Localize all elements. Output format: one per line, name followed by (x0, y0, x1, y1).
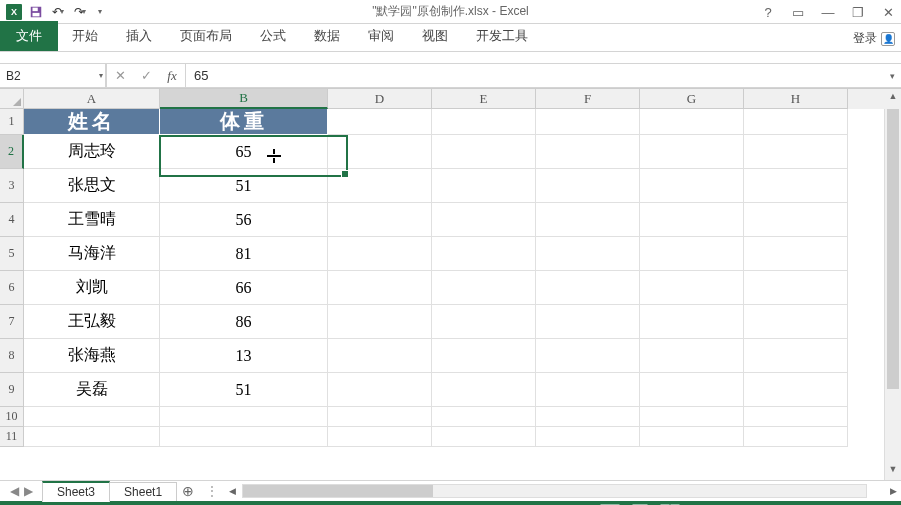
tab-page-layout[interactable]: 页面布局 (166, 21, 246, 51)
cell[interactable] (328, 169, 432, 203)
cell[interactable] (328, 427, 432, 447)
scroll-left-icon[interactable]: ◀ (224, 486, 240, 496)
cell[interactable] (640, 407, 744, 427)
cell[interactable] (432, 203, 536, 237)
col-header-d[interactable]: D (328, 89, 432, 109)
new-sheet-button[interactable]: ⊕ (176, 483, 200, 499)
excel-logo-icon[interactable]: X (6, 4, 22, 20)
formula-enter-button[interactable]: ✓ (133, 64, 159, 87)
cell[interactable] (536, 305, 640, 339)
cell[interactable] (744, 203, 848, 237)
cell[interactable] (328, 203, 432, 237)
cell[interactable]: 张思文 (24, 169, 160, 203)
scroll-thumb[interactable] (887, 109, 899, 389)
header-cell-weight[interactable]: 体重 (160, 109, 328, 135)
col-header-f[interactable]: F (536, 89, 640, 109)
cell[interactable] (328, 339, 432, 373)
col-header-g[interactable]: G (640, 89, 744, 109)
cell[interactable] (536, 237, 640, 271)
login-area[interactable]: 登录 👤 (853, 30, 895, 47)
cell[interactable] (328, 305, 432, 339)
spreadsheet-grid[interactable]: A B D E F G H 1 姓名 体重 2 周志玲 65 3 张思文 51 … (0, 88, 901, 480)
cell[interactable]: 刘凯 (24, 271, 160, 305)
row-header[interactable]: 6 (0, 271, 24, 305)
row-header[interactable]: 10 (0, 407, 24, 427)
cell[interactable] (744, 271, 848, 305)
col-header-a[interactable]: A (24, 89, 160, 109)
col-header-e[interactable]: E (432, 89, 536, 109)
undo-button[interactable]: ↶▾ (50, 4, 66, 20)
tab-file[interactable]: 文件 (0, 21, 58, 51)
row-header[interactable]: 9 (0, 373, 24, 407)
cell[interactable] (536, 427, 640, 447)
cell[interactable]: 马海洋 (24, 237, 160, 271)
cell[interactable] (744, 237, 848, 271)
tab-divider[interactable]: ⋮ (200, 484, 224, 498)
cell[interactable] (536, 339, 640, 373)
cell[interactable] (328, 271, 432, 305)
fx-button[interactable]: fx (159, 64, 185, 87)
formula-bar-expand-icon[interactable]: ▾ (883, 64, 901, 87)
sheet-tab[interactable]: Sheet1 (109, 482, 177, 501)
cell[interactable] (328, 373, 432, 407)
cell[interactable]: 66 (160, 271, 328, 305)
sheet-nav-next-icon[interactable]: ▶ (22, 484, 34, 498)
qat-customize-icon[interactable]: ▾ (98, 7, 102, 16)
cell[interactable] (744, 339, 848, 373)
cell[interactable] (432, 373, 536, 407)
cell[interactable] (536, 135, 640, 169)
cell[interactable] (536, 271, 640, 305)
cell[interactable] (160, 427, 328, 447)
cell[interactable] (744, 109, 848, 135)
cell[interactable] (744, 427, 848, 447)
row-header[interactable]: 5 (0, 237, 24, 271)
scroll-thumb[interactable] (243, 485, 433, 497)
cell[interactable]: 王雪晴 (24, 203, 160, 237)
close-button[interactable]: ✕ (879, 3, 897, 21)
cell[interactable] (640, 373, 744, 407)
cell[interactable] (24, 427, 160, 447)
cell[interactable] (328, 109, 432, 135)
cell[interactable] (640, 135, 744, 169)
cell[interactable] (432, 427, 536, 447)
cell[interactable] (744, 305, 848, 339)
cell[interactable]: 周志玲 (24, 135, 160, 169)
formula-cancel-button[interactable]: ✕ (107, 64, 133, 87)
scroll-right-icon[interactable]: ▶ (885, 486, 901, 496)
chevron-down-icon[interactable]: ▾ (99, 71, 103, 80)
cell[interactable] (536, 169, 640, 203)
scroll-up-icon[interactable]: ▲ (885, 91, 901, 107)
row-header[interactable]: 11 (0, 427, 24, 447)
cell[interactable]: 65 (160, 135, 328, 169)
cell[interactable] (640, 169, 744, 203)
sheet-tab-active[interactable]: Sheet3 (42, 481, 110, 502)
help-button[interactable]: ? (759, 3, 777, 21)
row-header[interactable]: 3 (0, 169, 24, 203)
cell[interactable]: 13 (160, 339, 328, 373)
cell[interactable]: 51 (160, 169, 328, 203)
tab-review[interactable]: 审阅 (354, 21, 408, 51)
tab-home[interactable]: 开始 (58, 21, 112, 51)
tab-insert[interactable]: 插入 (112, 21, 166, 51)
cell[interactable]: 86 (160, 305, 328, 339)
cell[interactable] (328, 407, 432, 427)
formula-input[interactable]: 65 (186, 64, 883, 87)
cell[interactable]: 56 (160, 203, 328, 237)
cell[interactable] (432, 237, 536, 271)
cell[interactable]: 81 (160, 237, 328, 271)
cell[interactable] (640, 339, 744, 373)
cell[interactable] (640, 427, 744, 447)
scroll-down-icon[interactable]: ▼ (885, 464, 901, 480)
cell[interactable] (640, 203, 744, 237)
sheet-nav[interactable]: ◀▶ (0, 484, 42, 498)
redo-button[interactable]: ↷▾ (72, 4, 88, 20)
col-header-h[interactable]: H (744, 89, 848, 109)
cell[interactable] (432, 169, 536, 203)
row-header[interactable]: 4 (0, 203, 24, 237)
restore-button[interactable]: ❐ (849, 3, 867, 21)
cell[interactable]: 吴磊 (24, 373, 160, 407)
header-cell-name[interactable]: 姓名 (24, 109, 160, 135)
cell[interactable] (744, 135, 848, 169)
cell[interactable] (432, 271, 536, 305)
cell[interactable] (432, 305, 536, 339)
